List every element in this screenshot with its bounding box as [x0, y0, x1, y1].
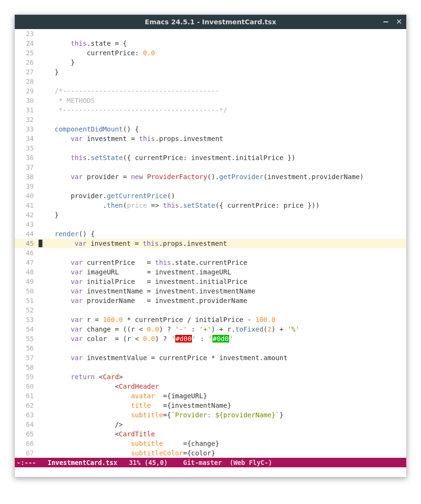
close-icon[interactable]: ✕: [396, 19, 402, 25]
line-number: 50: [15, 286, 39, 296]
code-content[interactable]: }: [39, 210, 406, 220]
code-content[interactable]: this.setState({ currentPrice: investment…: [39, 153, 406, 162]
line-number: 67: [15, 448, 39, 458]
code-content[interactable]: [39, 77, 406, 86]
code-content[interactable]: [39, 143, 406, 153]
code-content[interactable]: [39, 220, 406, 229]
code-line[interactable]: 24 this.state = {: [15, 39, 406, 48]
line-number: 38: [15, 172, 39, 181]
code-line[interactable]: 33 componentDidMount() {: [15, 124, 406, 134]
code-line[interactable]: 35: [15, 143, 406, 153]
code-line[interactable]: 61 avatar ={imageURL}: [15, 391, 406, 401]
code-content[interactable]: render() {: [39, 229, 406, 239]
code-content[interactable]: var investment = this.props.investment: [39, 239, 406, 248]
code-line[interactable]: 32: [15, 115, 406, 124]
code-content[interactable]: var color = (r < 0.0) ? '#d00' : '#0d0': [39, 334, 406, 343]
code-content[interactable]: var investment = this.props.investment: [39, 134, 406, 143]
editor-area[interactable]: 2324 this.state = {25 currentPrice: 0.02…: [15, 29, 406, 458]
code-content[interactable]: [39, 115, 406, 124]
code-content[interactable]: }: [39, 67, 406, 77]
code-line[interactable]: 38 var provider = new ProviderFactory().…: [15, 172, 406, 181]
code-content[interactable]: [39, 363, 406, 372]
code-line[interactable]: 31 *------------------------------------…: [15, 105, 406, 115]
line-number: 62: [15, 401, 39, 410]
code-line[interactable]: 60 <CardHeader: [15, 382, 406, 391]
code-content[interactable]: currentPrice: 0.0: [39, 48, 406, 58]
code-line[interactable]: 56: [15, 343, 406, 353]
code-line[interactable]: 25 currentPrice: 0.0: [15, 48, 406, 58]
code-line[interactable]: 59 return <Card>: [15, 372, 406, 382]
code-content[interactable]: *---------------------------------------…: [39, 105, 406, 115]
code-line[interactable]: 29 /*-----------------------------------…: [15, 86, 406, 96]
code-content[interactable]: [39, 29, 406, 39]
code-content[interactable]: .then(price => this.setState({ currentPr…: [39, 201, 406, 210]
code-line[interactable]: 64 />: [15, 420, 406, 429]
code-line[interactable]: 34 var investment = this.props.investmen…: [15, 134, 406, 143]
code-content[interactable]: var investmentName = investment.investme…: [39, 286, 406, 296]
minibuffer[interactable]: [15, 467, 406, 477]
code-line[interactable]: 43: [15, 220, 406, 229]
code-line[interactable]: 28: [15, 77, 406, 86]
code-content[interactable]: var initialPrice = investment.initialPri…: [39, 277, 406, 286]
code-line[interactable]: 23: [15, 29, 406, 39]
code-line[interactable]: 66 subtitle ={change}: [15, 439, 406, 448]
code-content[interactable]: componentDidMount() {: [39, 124, 406, 134]
code-line[interactable]: 46: [15, 248, 406, 258]
line-number: 28: [15, 77, 39, 86]
code-content[interactable]: var change = ((r < 0.0) ? '-' : '+') + r…: [39, 324, 406, 334]
code-content[interactable]: [39, 181, 406, 191]
code-content[interactable]: [39, 305, 406, 315]
code-line[interactable]: 36 this.setState({ currentPrice: investm…: [15, 153, 406, 162]
code-line[interactable]: 40 provider.getCurrentPrice(): [15, 191, 406, 201]
code-line[interactable]: 50 var investmentName = investment.inves…: [15, 286, 406, 296]
code-content[interactable]: provider.getCurrentPrice(): [39, 191, 406, 201]
code-content[interactable]: var provider = new ProviderFactory().get…: [39, 172, 406, 181]
code-content[interactable]: [39, 162, 406, 172]
code-content[interactable]: var imageURL = investment.imageURL: [39, 267, 406, 277]
code-line[interactable]: 42 }: [15, 210, 406, 220]
code-line[interactable]: 47 var currentPrice = this.state.current…: [15, 258, 406, 267]
code-content[interactable]: [39, 343, 406, 353]
code-content[interactable]: var investmentValue = currentPrice * inv…: [39, 353, 406, 363]
code-line[interactable]: 44 render() {: [15, 229, 406, 239]
code-line[interactable]: 37: [15, 162, 406, 172]
code-line[interactable]: 26 }: [15, 58, 406, 67]
code-line[interactable]: 62 title ={investmentName}: [15, 401, 406, 410]
code-content[interactable]: <CardTitle: [39, 429, 406, 439]
code-content[interactable]: <CardHeader: [39, 382, 406, 391]
code-line[interactable]: 49 var initialPrice = investment.initial…: [15, 277, 406, 286]
code-line[interactable]: 57 var investmentValue = currentPrice * …: [15, 353, 406, 363]
code-line[interactable]: 39: [15, 181, 406, 191]
code-content[interactable]: title ={investmentName}: [39, 401, 406, 410]
code-line[interactable]: 45 var investment = this.props.investmen…: [15, 239, 406, 248]
code-line[interactable]: 67 subtitleColor={color}: [15, 448, 406, 458]
code-line[interactable]: 48 var imageURL = investment.imageURL: [15, 267, 406, 277]
code-line[interactable]: 41 .then(price => this.setState({ curren…: [15, 201, 406, 210]
code-content[interactable]: * METHODS: [39, 96, 406, 105]
code-content[interactable]: subtitle={`Provider: ${providerName}`}: [39, 410, 406, 420]
code-line[interactable]: 55 var color = (r < 0.0) ? '#d00' : '#0d…: [15, 334, 406, 343]
code-line[interactable]: 52: [15, 305, 406, 315]
code-content[interactable]: subtitleColor={color}: [39, 448, 406, 458]
code-content[interactable]: subtitle ={change}: [39, 439, 406, 448]
code-content[interactable]: }: [39, 58, 406, 67]
code-content[interactable]: />: [39, 420, 406, 429]
code-line[interactable]: 63 subtitle={`Provider: ${providerName}`…: [15, 410, 406, 420]
code-line[interactable]: 54 var change = ((r < 0.0) ? '-' : '+') …: [15, 324, 406, 334]
code-content[interactable]: return <Card>: [39, 372, 406, 382]
code-line[interactable]: 27 }: [15, 67, 406, 77]
code-content[interactable]: this.state = {: [39, 39, 406, 48]
code-line[interactable]: 51 var providerName = investment.provide…: [15, 296, 406, 305]
code-content[interactable]: var currentPrice = this.state.currentPri…: [39, 258, 406, 267]
code-content[interactable]: [39, 248, 406, 258]
code-content[interactable]: /*--------------------------------------…: [39, 86, 406, 96]
code-content[interactable]: var providerName = investment.providerNa…: [39, 296, 406, 305]
code-line[interactable]: 65 <CardTitle: [15, 429, 406, 439]
modeline-modes: (Web FlyC-): [230, 459, 272, 466]
minimize-icon[interactable]: [382, 19, 389, 25]
code-content[interactable]: avatar ={imageURL}: [39, 391, 406, 401]
code-line[interactable]: 58: [15, 363, 406, 372]
code-content[interactable]: var r = 100.0 * currentPrice / initialPr…: [39, 315, 406, 324]
code-line[interactable]: 53 var r = 100.0 * currentPrice / initia…: [15, 315, 406, 324]
code-line[interactable]: 30 * METHODS: [15, 96, 406, 105]
